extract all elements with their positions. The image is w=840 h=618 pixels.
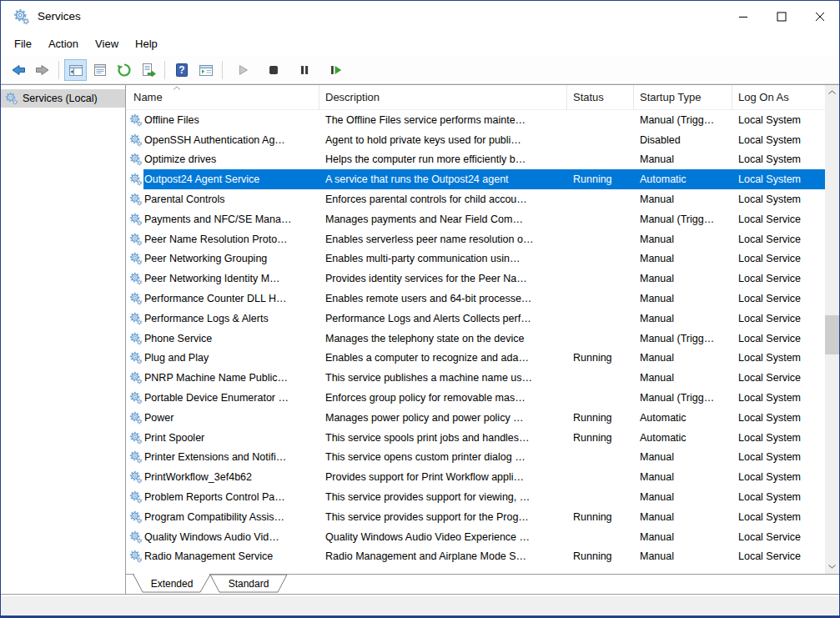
service-log-on-as: Local System: [732, 173, 824, 185]
refresh-button[interactable]: [113, 59, 135, 81]
restart-service-button[interactable]: [324, 59, 346, 81]
back-button[interactable]: [7, 59, 29, 81]
tab-standard-label[interactable]: Standard: [229, 578, 269, 590]
service-name: Power: [144, 412, 174, 424]
service-row[interactable]: Power Manages power policy and power pol…: [126, 408, 825, 428]
service-row[interactable]: Quality Windows Audio Vid… Quality Windo…: [126, 527, 825, 547]
service-startup-type: Manual: [634, 313, 732, 324]
service-row[interactable]: Payments and NFC/SE Mana… Manages paymen…: [126, 209, 825, 229]
stop-service-icon: [266, 63, 281, 78]
service-startup-type: Disabled: [634, 134, 732, 146]
start-service-button[interactable]: [231, 59, 254, 81]
service-description: Helps the computer run more efficiently …: [319, 153, 567, 165]
service-startup-type: Manual: [634, 372, 732, 384]
service-startup-type: Manual: [634, 451, 732, 463]
service-name-cell: Portable Device Enumerator …: [126, 391, 319, 404]
service-row[interactable]: Plug and Play Enables a computer to reco…: [126, 349, 825, 369]
service-gear-icon: [129, 213, 143, 226]
service-row[interactable]: Peer Name Resolution Proto… Enables serv…: [126, 229, 825, 249]
scroll-down-button[interactable]: [825, 560, 839, 574]
service-description: This service spools print jobs and handl…: [319, 432, 567, 444]
scrollbar-thumb[interactable]: [825, 315, 839, 354]
view-tabs: Extended Standard: [126, 574, 839, 594]
service-gear-icon: [129, 470, 143, 484]
column-header-startup-type[interactable]: Startup Type: [634, 85, 732, 109]
pause-service-button[interactable]: [293, 59, 315, 81]
service-name: Peer Name Resolution Proto…: [144, 234, 288, 245]
service-row[interactable]: Outpost24 Agent Service A service that r…: [126, 169, 825, 189]
show-action-pane-button[interactable]: [194, 59, 217, 81]
close-button[interactable]: [801, 1, 839, 32]
service-startup-type: Manual: [634, 293, 732, 304]
service-startup-type: Automatic: [634, 432, 732, 444]
services-window: Services File Action View Help: [0, 0, 840, 618]
service-row[interactable]: Peer Networking Grouping Enables multi-p…: [126, 249, 825, 269]
service-log-on-as: Local System: [732, 511, 824, 523]
vertical-scrollbar[interactable]: [825, 85, 839, 574]
properties-button[interactable]: [88, 59, 111, 81]
service-name: Peer Networking Identity M…: [144, 273, 280, 284]
forward-button[interactable]: [31, 59, 53, 81]
service-name: Printer Extensions and Notifi…: [144, 451, 286, 463]
service-log-on-as: Local Service: [732, 313, 824, 324]
service-description: Enables multi-party communication usin…: [319, 253, 567, 264]
tab-extended-label[interactable]: Extended: [151, 578, 194, 590]
service-description: Agent to hold private keys used for publ…: [319, 134, 567, 146]
service-log-on-as: Local System: [732, 193, 824, 205]
service-name: Print Spooler: [144, 432, 204, 444]
service-row[interactable]: Performance Counter DLL H… Enables remot…: [126, 289, 825, 309]
service-startup-type: Manual: [634, 273, 732, 284]
scrollbar-track[interactable]: [825, 99, 839, 560]
service-row[interactable]: Print Spooler This service spools print …: [126, 428, 825, 448]
chevron-up-icon: [828, 90, 836, 94]
service-row[interactable]: Phone Service Manages the telephony stat…: [126, 329, 825, 349]
service-name-cell: PNRP Machine Name Public…: [126, 371, 319, 384]
service-row[interactable]: Offline Files The Offline Files service …: [126, 110, 825, 130]
service-row[interactable]: PrintWorkflow_3ef4b62 Provides support f…: [126, 467, 825, 487]
service-row[interactable]: Portable Device Enumerator … Enforces gr…: [126, 388, 825, 408]
action-pane-icon: [198, 62, 214, 78]
scroll-up-button[interactable]: [825, 85, 839, 99]
service-gear-icon: [129, 391, 143, 404]
service-description: This service provides support for the Pr…: [319, 511, 567, 523]
service-description: This service opens custom printer dialog…: [319, 451, 567, 463]
service-row[interactable]: Program Compatibility Assis… This servic…: [126, 507, 825, 527]
service-startup-type: Manual: [634, 531, 732, 543]
column-header-name[interactable]: Name: [126, 85, 319, 109]
service-name-cell: Program Compatibility Assis…: [126, 510, 319, 524]
service-row[interactable]: OpenSSH Authentication Ag… Agent to hold…: [126, 130, 825, 150]
service-gear-icon: [129, 550, 143, 563]
menu-help[interactable]: Help: [127, 34, 166, 53]
export-list-button[interactable]: [137, 59, 159, 81]
column-header-log-on-as[interactable]: Log On As: [732, 85, 824, 109]
service-description: Enables serverless peer name resolution …: [319, 234, 567, 245]
service-startup-type: Manual: [634, 153, 732, 165]
service-row[interactable]: Optimize drives Helps the computer run m…: [126, 150, 825, 170]
service-row[interactable]: PNRP Machine Name Public… This service p…: [126, 368, 825, 388]
column-header-status[interactable]: Status: [567, 85, 634, 109]
service-startup-type: Automatic: [634, 173, 732, 185]
service-row[interactable]: Problem Reports Control Pa… This service…: [126, 487, 825, 507]
service-row[interactable]: Peer Networking Identity M… Provides ide…: [126, 269, 825, 289]
service-log-on-as: Local System: [732, 451, 824, 463]
column-header-description[interactable]: Description: [319, 85, 567, 109]
service-name-cell: Performance Counter DLL H…: [126, 292, 319, 305]
stop-service-button[interactable]: [262, 59, 284, 81]
menu-view[interactable]: View: [87, 34, 127, 53]
show-console-tree-button[interactable]: [64, 59, 87, 81]
restart-service-icon: [328, 63, 343, 78]
minimize-button[interactable]: [724, 1, 762, 32]
service-row[interactable]: Performance Logs & Alerts Performance Lo…: [126, 309, 825, 329]
service-startup-type: Manual: [634, 234, 732, 245]
help-button[interactable]: ?: [170, 59, 193, 81]
service-row[interactable]: Radio Management Service Radio Managemen…: [126, 547, 825, 567]
service-row[interactable]: Printer Extensions and Notifi… This serv…: [126, 448, 825, 468]
maximize-button[interactable]: [762, 1, 801, 32]
service-name: Payments and NFC/SE Mana…: [144, 214, 291, 225]
service-gear-icon: [129, 490, 143, 504]
sidebar-item-services-local[interactable]: Services (Local): [1, 89, 125, 108]
menu-file[interactable]: File: [6, 34, 40, 53]
services-app-icon: [13, 8, 30, 25]
menu-action[interactable]: Action: [40, 34, 87, 53]
service-row[interactable]: Parental Controls Enforces parental cont…: [126, 189, 825, 209]
